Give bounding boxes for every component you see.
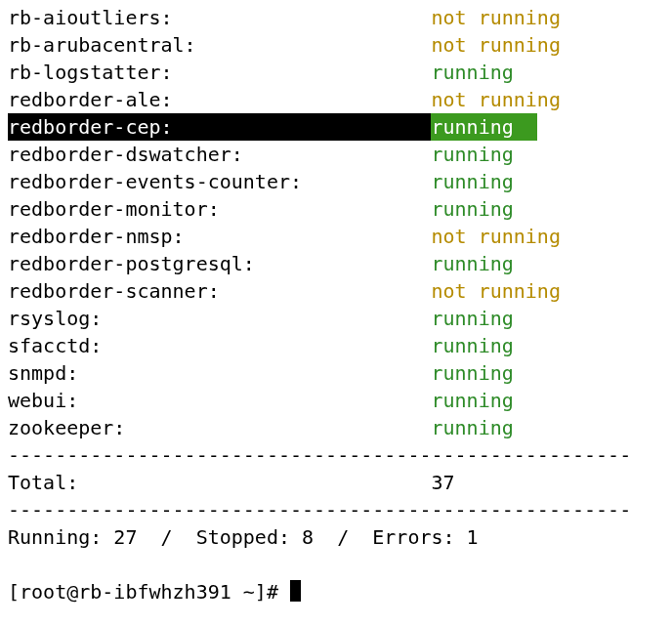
service-name: redborder-dswatcher: [8, 141, 431, 168]
service-row: sfacctd: running [8, 332, 664, 359]
service-list: rb-aioutliers: not runningrb-arubacentra… [8, 4, 664, 441]
service-status: not running [431, 86, 560, 113]
service-row: redborder-dswatcher: running [8, 141, 664, 168]
service-name: redborder-monitor: [8, 195, 431, 223]
service-name: redborder-nmsp: [8, 223, 431, 250]
shell-prompt[interactable]: [root@rb-ibfwhzh391 ~]# [8, 578, 290, 605]
summary-row: Running: 27 / Stopped: 8 / Errors: 1 [8, 523, 664, 551]
service-name: redborder-ale: [8, 86, 431, 113]
total-row: Total: 37 [8, 469, 664, 496]
service-row: snmpd: running [8, 359, 664, 387]
divider-top: ----------------------------------------… [8, 441, 664, 469]
divider-bottom: ----------------------------------------… [8, 496, 664, 523]
service-name: redborder-scanner: [8, 277, 431, 305]
service-name: webui: [8, 387, 431, 414]
service-status: running [431, 359, 513, 387]
service-status: not running [431, 277, 560, 305]
service-name: redborder-cep: [8, 113, 431, 141]
service-status: not running [431, 4, 560, 31]
service-row: rb-arubacentral: not running [8, 31, 664, 59]
service-status: running [431, 141, 513, 168]
service-name: zookeeper: [8, 414, 431, 441]
service-row: redborder-cep: running [8, 113, 664, 141]
service-name: rb-arubacentral: [8, 31, 431, 59]
service-status: running [431, 168, 513, 195]
terminal-output[interactable]: rb-aioutliers: not runningrb-arubacentra… [0, 0, 672, 605]
service-status: running [431, 59, 513, 86]
service-name: sfacctd: [8, 332, 431, 359]
service-row: redborder-monitor: running [8, 195, 664, 223]
total-value: 37 [431, 469, 454, 496]
service-status: running [431, 332, 513, 359]
service-status: not running [431, 31, 560, 59]
service-row: rb-aioutliers: not running [8, 4, 664, 31]
service-status: not running [431, 223, 560, 250]
service-status: running [431, 113, 536, 141]
service-name: rb-aioutliers: [8, 4, 431, 31]
service-status: running [431, 195, 513, 223]
service-name: snmpd: [8, 359, 431, 387]
service-status: running [431, 414, 513, 441]
service-name: redborder-postgresql: [8, 250, 431, 277]
service-row: redborder-events-counter: running [8, 168, 664, 195]
service-row: zookeeper: running [8, 414, 664, 441]
service-status: running [431, 305, 513, 332]
service-row: redborder-nmsp: not running [8, 223, 664, 250]
service-name: redborder-events-counter: [8, 168, 431, 195]
service-name: rsyslog: [8, 305, 431, 332]
service-name: rb-logstatter: [8, 59, 431, 86]
prompt-row[interactable]: [root@rb-ibfwhzh391 ~]# [8, 578, 664, 605]
total-label: Total: [8, 469, 431, 496]
cursor-block [290, 580, 301, 602]
service-status: running [431, 250, 513, 277]
service-row: rb-logstatter: running [8, 59, 664, 86]
service-row: redborder-ale: not running [8, 86, 664, 113]
service-row: redborder-postgresql: running [8, 250, 664, 277]
service-row: webui: running [8, 387, 664, 414]
service-row: rsyslog: running [8, 305, 664, 332]
service-status: running [431, 387, 513, 414]
service-row: redborder-scanner: not running [8, 277, 664, 305]
